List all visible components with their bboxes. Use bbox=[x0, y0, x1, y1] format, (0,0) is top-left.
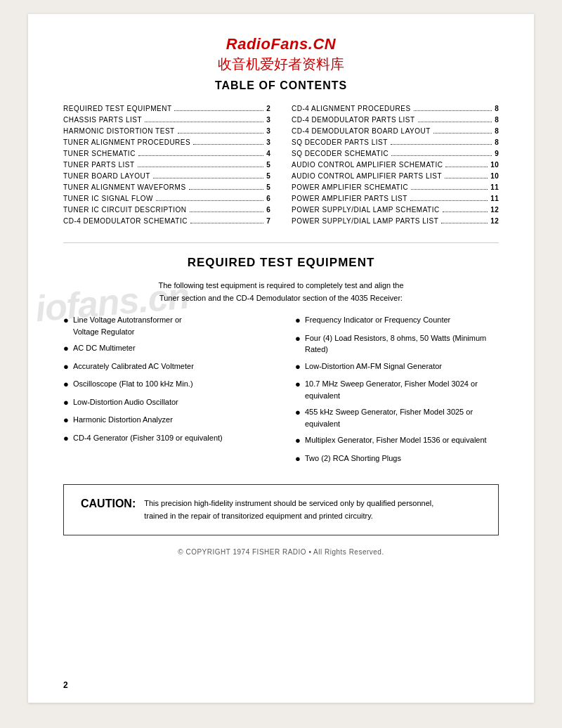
section-title: REQUIRED TEST EQUIPMENT bbox=[63, 256, 499, 270]
toc-label: POWER AMPLIFIER SCHEMATIC bbox=[292, 183, 408, 191]
toc-dots bbox=[443, 212, 488, 212]
item-text: Two (2) RCA Shorting Plugs bbox=[305, 453, 401, 464]
bullet-icon: ● bbox=[63, 313, 73, 327]
toc-dots bbox=[418, 122, 492, 122]
list-item: ●Harmonic Distortion Analyzer bbox=[63, 414, 267, 427]
bullet-icon: ● bbox=[295, 452, 305, 466]
toc-page: 11 bbox=[490, 183, 499, 191]
toc-row: POWER AMPLIFIER PARTS LIST11 bbox=[292, 195, 499, 202]
toc-page: 10 bbox=[490, 161, 499, 169]
list-item: ●Multiplex Generator, Fisher Model 1536 … bbox=[295, 434, 499, 448]
toc-label: TUNER ALIGNMENT WAVEFORMS bbox=[63, 183, 186, 191]
toc-label: AUDIO CONTROL AMPLIFIER PARTS LIST bbox=[292, 172, 442, 180]
toc-row: TUNER SCHEMATIC4 bbox=[63, 150, 270, 157]
list-item: ●Low-Distortion AM-FM Signal Generator bbox=[295, 360, 499, 374]
equipment-left-col: ●Line Voltage Autotransformer or Voltage… bbox=[63, 314, 267, 470]
toc-label: TUNER IC SIGNAL FLOW bbox=[63, 195, 153, 202]
toc-row: AUDIO CONTROL AMPLIFIER SCHEMATIC10 bbox=[292, 161, 499, 169]
toc-row: SQ DECODER PARTS LIST8 bbox=[292, 138, 499, 146]
toc-dots bbox=[391, 155, 492, 156]
toc-page: 2 bbox=[266, 105, 270, 112]
caution-text: This precision high-fidelity instrument … bbox=[144, 498, 433, 522]
toc-row: AUDIO CONTROL AMPLIFIER PARTS LIST10 bbox=[292, 172, 499, 180]
toc-row: SQ DECODER SCHEMATIC9 bbox=[292, 150, 499, 157]
toc-page: 4 bbox=[266, 150, 270, 157]
site-subtitle: 收音机爱好者资料库 bbox=[63, 55, 499, 74]
toc-dots bbox=[145, 122, 263, 122]
item-text: Low-Distortion AM-FM Signal Generator bbox=[305, 360, 442, 372]
page: RadioFans.CN 收音机爱好者资料库 TABLE OF CONTENTS… bbox=[28, 14, 534, 703]
toc-dots bbox=[138, 155, 263, 156]
toc-row: REQUIRED TEST EQUIPMENT2 bbox=[63, 105, 270, 112]
toc-label: CD-4 ALIGNMENT PROCEDURES bbox=[292, 105, 411, 112]
toc-label: TUNER ALIGNMENT PROCEDURES bbox=[63, 138, 190, 146]
toc-dots bbox=[445, 167, 488, 167]
toc-row: HARMONIC DISTORTION TEST3 bbox=[63, 127, 270, 135]
toc-label: TUNER PARTS LIST bbox=[63, 161, 135, 169]
toc-dots bbox=[433, 133, 492, 134]
toc-row: CD-4 DEMODULATOR SCHEMATIC7 bbox=[63, 217, 270, 225]
bullet-icon: ● bbox=[63, 431, 73, 446]
toc-dots bbox=[410, 200, 488, 201]
toc-label: CD-4 DEMODULATOR PARTS LIST bbox=[292, 116, 415, 124]
item-text: Accurately Calibrated AC Voltmeter bbox=[73, 360, 194, 372]
section-divider bbox=[63, 242, 499, 243]
bullet-icon: ● bbox=[295, 405, 305, 420]
list-item: ●Two (2) RCA Shorting Plugs bbox=[295, 453, 499, 466]
item-text: Line Voltage Autotransformer or Voltage … bbox=[73, 314, 182, 337]
toc-dots bbox=[441, 223, 488, 223]
item-text: Multiplex Generator, Fisher Model 1536 o… bbox=[305, 434, 487, 446]
toc-row: CD-4 ALIGNMENT PROCEDURES8 bbox=[292, 105, 499, 112]
toc-page: 12 bbox=[490, 206, 499, 214]
toc-label: TUNER IC CIRCUIT DESCRIPTION bbox=[63, 206, 187, 214]
toc-page: 8 bbox=[495, 105, 499, 112]
toc-dots bbox=[189, 189, 264, 190]
page-number: 2 bbox=[63, 680, 68, 690]
item-text: Frequency Indicator or Frequency Counter bbox=[305, 314, 450, 326]
toc-label: HARMONIC DISTORTION TEST bbox=[63, 127, 175, 135]
bullet-icon: ● bbox=[295, 434, 305, 448]
toc-page: 3 bbox=[266, 138, 270, 146]
toc-page: 11 bbox=[490, 195, 499, 202]
toc-row: POWER SUPPLY/DIAL LAMP PARTS LIST12 bbox=[292, 217, 499, 225]
toc-title: TABLE OF CONTENTS bbox=[63, 79, 499, 92]
toc-label: SQ DECODER PARTS LIST bbox=[292, 138, 388, 146]
bullet-icon: ● bbox=[295, 360, 305, 374]
toc-label: CHASSIS PARTS LIST bbox=[63, 116, 142, 124]
toc-page: 8 bbox=[495, 127, 499, 135]
list-item: ●Low-Distortion Audio Oscillator bbox=[63, 396, 267, 410]
toc-dots bbox=[391, 144, 492, 145]
item-text: 455 kHz Sweep Generator, Fisher Model 30… bbox=[305, 406, 499, 429]
toc-row: TUNER ALIGNMENT WAVEFORMS5 bbox=[63, 183, 270, 191]
bullet-icon: ● bbox=[295, 313, 305, 327]
toc-page: 6 bbox=[266, 206, 270, 214]
toc-dots bbox=[445, 178, 488, 178]
section-intro: The following test equipment is required… bbox=[63, 280, 499, 304]
toc-page: 6 bbox=[266, 195, 270, 202]
toc-dots bbox=[411, 189, 488, 190]
caution-label: CAUTION: bbox=[81, 498, 136, 510]
item-text: 10.7 MHz Sweep Generator, Fisher Model 3… bbox=[305, 378, 499, 401]
list-item: ●Accurately Calibrated AC Voltmeter bbox=[63, 360, 267, 374]
bullet-icon: ● bbox=[63, 360, 73, 374]
list-item: ●Line Voltage Autotransformer or Voltage… bbox=[63, 314, 267, 337]
toc-row: TUNER PARTS LIST5 bbox=[63, 161, 270, 169]
toc-label: POWER SUPPLY/DIAL LAMP SCHEMATIC bbox=[292, 206, 440, 214]
toc-page: 3 bbox=[266, 127, 270, 135]
toc-page: 7 bbox=[266, 217, 270, 225]
required-test-equipment-section: REQUIRED TEST EQUIPMENT The following te… bbox=[63, 256, 499, 556]
toc-row: POWER SUPPLY/DIAL LAMP SCHEMATIC12 bbox=[292, 206, 499, 214]
list-item: ●Four (4) Load Resistors, 8 ohms, 50 Wat… bbox=[295, 332, 499, 356]
bullet-icon: ● bbox=[63, 413, 73, 427]
item-text: Low-Distortion Audio Oscillator bbox=[73, 396, 178, 408]
item-text: AC DC Multimeter bbox=[73, 342, 136, 354]
toc-dots bbox=[178, 133, 263, 134]
toc-page: 8 bbox=[495, 138, 499, 146]
list-item: ●10.7 MHz Sweep Generator, Fisher Model … bbox=[295, 378, 499, 401]
toc-dots bbox=[193, 144, 263, 145]
toc-dots bbox=[138, 167, 264, 167]
toc-label: AUDIO CONTROL AMPLIFIER SCHEMATIC bbox=[292, 161, 443, 169]
toc-page: 8 bbox=[495, 116, 499, 124]
toc-label: TUNER SCHEMATIC bbox=[63, 150, 136, 157]
toc-row: CD-4 DEMODULATOR PARTS LIST8 bbox=[292, 116, 499, 124]
